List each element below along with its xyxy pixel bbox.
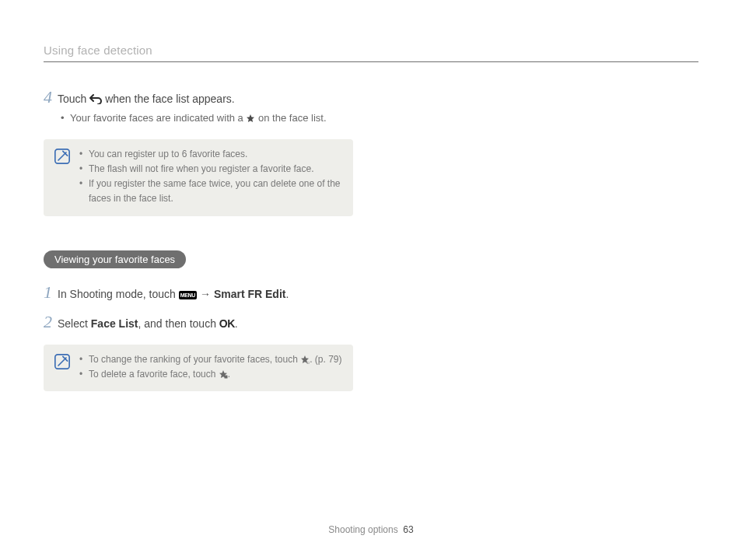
step-number-1: 1 [44,284,58,301]
note-1-list: You can register up to 6 favorite faces.… [79,147,342,207]
footer-section: Shooting options [328,524,397,535]
step-1: 1 In Shooting mode, touch MENU → Smart F… [44,284,353,303]
note-1-item-2: The flash will not fire when you registe… [79,162,342,177]
step-4-bullet-before: Your favorite faces are indicated with a [70,112,246,124]
svg-rect-3 [224,375,227,378]
step-1-text-before: In Shooting mode, touch [58,288,179,300]
page-header: Using face detection [44,44,698,62]
star-icon [246,114,255,123]
note-icon [54,354,70,369]
step-2-period: . [235,317,238,330]
star-delete-icon [219,369,228,379]
step-number-4: 4 [44,89,58,106]
step-2-text: Select Face List, and then touch OK. [58,316,238,332]
step-number-2: 2 [44,313,58,331]
step-1-bold: Smart FR Edit [214,288,286,300]
step-4-bullet: Your favorite faces are indicated with a… [61,110,353,127]
back-icon [89,93,102,104]
step-4: 4 Touch when the face list appears. Your… [44,89,353,127]
step-1-text: In Shooting mode, touch MENU → Smart FR … [58,286,289,303]
step-1-period: . [285,288,289,300]
note-1-item-3: If you register the same face twice, you… [79,177,342,206]
footer-page-number: 63 [403,524,413,535]
star-rank-icon: 123 [300,355,310,364]
menu-icon: MENU [179,291,197,299]
step-2-bold: Face List [91,317,138,330]
note-box-2: To change the ranking of your favorite f… [44,345,353,391]
note-icon [54,149,70,164]
note-2-item-1: To change the ranking of your favorite f… [79,352,342,367]
note-1-item-1: You can register up to 6 favorite faces. [79,147,342,162]
ok-icon: OK [219,317,235,330]
note-2-item-2-after: . [228,369,230,380]
page-footer: Shooting options 63 [0,524,742,535]
note-2-item-2: To delete a favorite face, touch . [79,367,342,382]
step-2: 2 Select Face List, and then touch OK. [44,313,353,332]
step-4-text-after: when the face list appears. [102,93,234,105]
note-2-item-1-after: . (p. 79) [310,354,341,365]
note-2-item-2-before: To delete a favorite face, touch [89,369,219,380]
step-4-text: Touch when the face list appears. [58,91,235,107]
note-2-item-1-before: To change the ranking of your favorite f… [89,354,300,365]
step-4-bullet-after: on the face list. [255,112,326,124]
step-4-text-before: Touch [58,93,89,105]
note-box-1: You can register up to 6 favorite faces.… [44,139,353,216]
step-1-arrow: → [197,288,214,300]
step-2-text-mid: , and then touch [138,317,219,330]
section-pill: Viewing your favorite faces [44,250,186,268]
step-2-text-before: Select [58,317,91,330]
note-2-list: To change the ranking of your favorite f… [79,352,342,382]
